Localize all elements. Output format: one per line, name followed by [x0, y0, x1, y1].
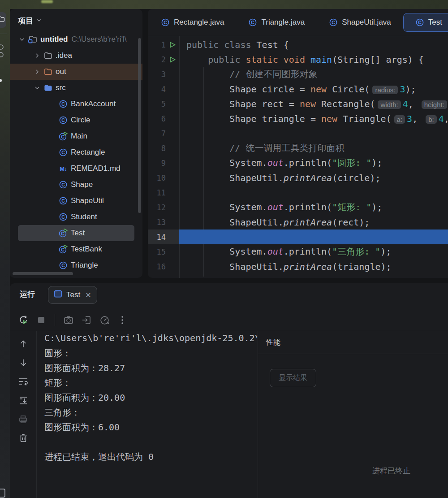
camera-icon[interactable]: [61, 313, 76, 327]
code-line-9: 9 System.out.println("圆形: ");: [148, 156, 448, 170]
code-editor[interactable]: 1public class Test {2 public static void…: [148, 37, 448, 274]
kebab-icon[interactable]: [115, 313, 129, 327]
process-terminated-status: 进程已终止: [372, 466, 410, 476]
commit-tool-button[interactable]: [0, 43, 5, 61]
trash-icon[interactable]: [18, 433, 29, 443]
line-number: 15: [148, 247, 166, 256]
console-line: C:\Users\b're'ri'l\.jdks\openjdk-25.0.2\…: [44, 333, 257, 347]
tree-item-label: Rectangle: [71, 148, 105, 157]
activity-bar-divider: [0, 34, 7, 34]
tree-item-label: BankAccount: [71, 100, 116, 108]
console-line: 图形面积为：6.00: [44, 421, 257, 436]
arrow-down-icon[interactable]: [18, 357, 29, 368]
project-panel-header[interactable]: 项目: [10, 9, 142, 30]
chevron-right-icon[interactable]: [32, 52, 42, 59]
editor-tab-label: ShapeUtil.java: [342, 18, 391, 27]
attach-icon[interactable]: [79, 313, 94, 327]
bottom-tool-button[interactable]: [0, 489, 5, 498]
class-run-icon: C: [57, 132, 69, 141]
tree-item-triangle[interactable]: CTriangle: [10, 257, 142, 273]
run-gutter-icon[interactable]: [166, 56, 179, 63]
project-tool-button[interactable]: [0, 12, 6, 28]
editor-panel: CRectangle.javaCTriangle.javaCShapeUtil.…: [148, 9, 448, 278]
tree-item--idea[interactable]: .idea: [10, 48, 142, 64]
editor-tab-shapeutil-java[interactable]: CShapeUtil.java: [317, 13, 403, 32]
code-text: Shape triangle = new Triangle(a:3, b:4, …: [179, 113, 448, 124]
console-line: 图形面积为：20.00: [44, 392, 257, 407]
tree-item-testbank[interactable]: CTestBank: [10, 241, 142, 257]
run-tab-test[interactable]: Test ✕: [48, 286, 97, 304]
class-icon: C: [57, 196, 69, 205]
scrollend-icon[interactable]: [18, 395, 29, 406]
code-text: Shape rect = new Rectangle(width:4, heig…: [179, 99, 448, 109]
tree-item-bankaccount[interactable]: CBankAccount: [10, 96, 142, 112]
class-icon: C: [57, 261, 69, 270]
line-number: 1: [148, 40, 166, 49]
line-number: 9: [148, 159, 166, 168]
tree-item-out[interactable]: out: [10, 64, 142, 80]
code-line-10: 10 ShapeUtil.printArea(circle);: [148, 170, 448, 185]
code-text: ShapeUtil.printArea(rect);: [179, 217, 370, 228]
svg-text:C: C: [61, 263, 65, 268]
code-line-3: 3 // 创建不同图形对象: [148, 67, 448, 82]
tree-item-label: ShapeUtil: [71, 196, 104, 205]
stop-icon[interactable]: [34, 313, 48, 327]
svg-text:C: C: [61, 198, 65, 204]
line-number: 6: [148, 114, 166, 123]
tree-item-circle[interactable]: CCircle: [10, 112, 142, 128]
project-vertical-scrollbar[interactable]: [138, 38, 141, 213]
code-line-15: 15 System.out.println("三角形: ");: [148, 244, 448, 259]
editor-tab-triangle-java[interactable]: CTriangle.java: [236, 13, 317, 32]
desktop-highlight: [41, 0, 53, 3]
tree-item-main[interactable]: CMain: [10, 128, 142, 144]
tree-item-label: Student: [71, 212, 97, 221]
class-icon: C: [329, 18, 338, 27]
editor-tab-test[interactable]: CTest: [403, 13, 448, 32]
project-horizontal-scrollbar[interactable]: [13, 272, 73, 275]
line-number: 16: [148, 262, 166, 271]
editor-tab-rectangle-java[interactable]: CRectangle.java: [149, 13, 236, 32]
tree-item-label: Shape: [71, 180, 93, 189]
parameter-hint: a:: [394, 115, 405, 124]
run-gutter-icon[interactable]: [166, 41, 179, 48]
console-line: 矩形：: [44, 377, 257, 392]
tree-item-remead1-md[interactable]: M↓REMEAD1.md: [10, 160, 142, 177]
markdown-icon: M↓: [57, 165, 69, 172]
tree-item-label: src: [56, 83, 66, 92]
run-tab-label: Test: [66, 290, 80, 299]
tree-item-shape[interactable]: CShape: [10, 177, 142, 193]
printer-icon[interactable]: [18, 414, 29, 424]
line-number: 14: [148, 233, 166, 242]
show-results-button[interactable]: 显示结果: [270, 369, 316, 387]
class-icon: C: [57, 100, 69, 108]
performance-panel: 性能 显示结果 进程已终止: [258, 331, 448, 498]
tree-item-test[interactable]: CTest: [18, 225, 134, 241]
code-line-12: 12 System.out.println("矩形: ");: [148, 200, 448, 215]
close-icon[interactable]: ✕: [85, 291, 91, 299]
code-line-16: 16 ShapeUtil.printArea(triangle);: [148, 259, 448, 274]
chevron-down-icon[interactable]: [17, 36, 27, 43]
tree-item-shapeutil[interactable]: CShapeUtil: [10, 193, 142, 209]
project-panel: 项目 untitledC:\Users\b're'ri'l\.ideaoutsr…: [10, 9, 142, 278]
tree-item-src[interactable]: src: [10, 80, 142, 96]
code-line-8: 8 // 统一调用工具类打印面积: [148, 141, 448, 156]
console-line: 三角形：: [44, 407, 257, 421]
chevron-down-icon: [36, 17, 42, 25]
svg-text:C: C: [251, 20, 255, 25]
softwrap-icon[interactable]: [18, 376, 29, 387]
tree-item-untitled[interactable]: untitledC:\Users\b're'ri'l\: [10, 31, 142, 48]
project-panel-title: 项目: [18, 16, 33, 26]
gauge-icon[interactable]: [97, 313, 112, 327]
line-number: 2: [148, 55, 166, 64]
class-icon: C: [248, 18, 257, 27]
rerun-icon[interactable]: [16, 313, 30, 327]
tree-item-rectangle[interactable]: CRectangle: [10, 144, 142, 160]
arrow-up-icon[interactable]: [18, 338, 29, 349]
chevron-down-icon[interactable]: [32, 84, 42, 91]
line-number: 3: [148, 70, 166, 79]
chevron-right-icon[interactable]: [32, 68, 42, 75]
tree-item-student[interactable]: CStudent: [10, 209, 142, 225]
tree-item-label: .idea: [56, 51, 72, 60]
tree-item-label: untitled: [40, 35, 68, 44]
desktop-top-strip: [0, 0, 448, 9]
